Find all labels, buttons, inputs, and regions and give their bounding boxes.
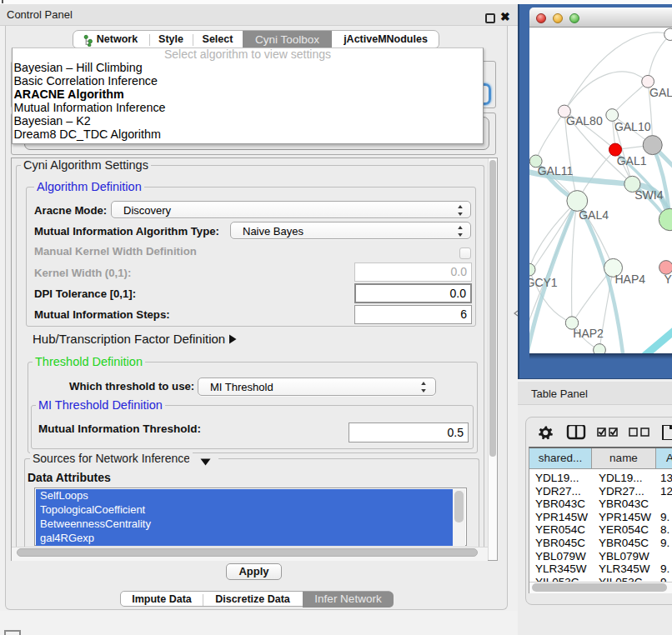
svg-text:SWI4: SWI4 [634, 188, 663, 202]
svg-text:Y: Y [664, 272, 672, 286]
svg-text:GAL7: GAL7 [649, 86, 672, 99]
svg-text:GAL1: GAL1 [617, 154, 647, 168]
svg-text:HAP4: HAP4 [615, 272, 646, 286]
svg-text:GAL10: GAL10 [614, 120, 651, 133]
svg-text:HAP2: HAP2 [573, 327, 604, 340]
svg-text:GAL4: GAL4 [579, 208, 609, 222]
svg-text:GCY1: GCY1 [529, 276, 558, 289]
svg-text:GAL80: GAL80 [566, 114, 603, 128]
svg-text:GAL11: GAL11 [538, 164, 574, 178]
